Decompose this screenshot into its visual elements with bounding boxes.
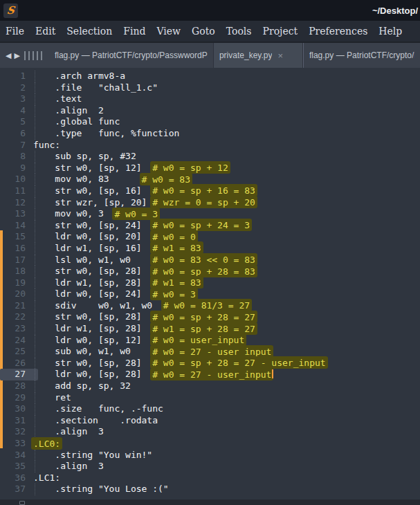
line-number[interactable]: 1 xyxy=(0,71,32,82)
editor-area[interactable]: 1 .arch armv8-a2 .file "chall_1.c"3 .tex… xyxy=(0,68,420,499)
code-line[interactable]: 26 str w0, [sp, 28] # w0 = sp + 28 = 27 … xyxy=(0,358,420,369)
code-line[interactable]: 37 .string "You Lose :(" xyxy=(0,484,420,495)
line-number[interactable]: 34 xyxy=(0,450,32,461)
code-line[interactable]: 25 sub w0, w1, w0 # w0 = 27 - user_input xyxy=(0,346,420,358)
menu-item-goto[interactable]: Goto xyxy=(186,26,221,37)
menu-item-selection[interactable]: Selection xyxy=(61,26,118,37)
code-line[interactable]: 24 ldr w0, [sp, 12] # w0 = user_input xyxy=(0,335,420,347)
code-text: ldr w0, [sp, 24] # w0 = 3 xyxy=(32,288,196,300)
line-number[interactable]: 6 xyxy=(0,128,32,140)
sliver-icon xyxy=(37,51,38,60)
line-number[interactable]: 24 xyxy=(0,335,32,347)
code-line[interactable]: 11 str w0, [sp, 16] # w0 = sp + 16 = 83 xyxy=(0,185,420,197)
line-number[interactable]: 15 xyxy=(0,231,32,243)
line-number[interactable]: 8 xyxy=(0,151,32,163)
menu-item-file[interactable]: File xyxy=(6,26,30,37)
code-line[interactable]: 8 sub sp, sp, #32 xyxy=(0,151,420,163)
code-line[interactable]: 30 .size func, .-func xyxy=(0,403,420,415)
code-line[interactable]: 33.LC0: xyxy=(0,438,420,450)
line-number[interactable]: 13 xyxy=(0,208,32,220)
code-line[interactable]: 16 ldr w1, [sp, 16] # w1 = 83 xyxy=(0,243,420,255)
code-line[interactable]: 4 .align 2 xyxy=(0,105,420,117)
menu-item-preferences[interactable]: Preferences xyxy=(303,26,373,37)
tab-2[interactable]: flag.py — PatriotCTF/crypto/PasswwordPal… xyxy=(303,43,420,68)
menu-item-find[interactable]: Find xyxy=(118,26,151,37)
code-line[interactable]: 22 str w0, [sp, 28] # w0 = sp + 28 = 27 xyxy=(0,311,420,323)
line-number[interactable]: 26 xyxy=(0,358,32,369)
line-number[interactable]: 36 xyxy=(0,472,32,484)
code-line[interactable]: 2 .file "chall_1.c" xyxy=(0,82,420,94)
line-number[interactable]: 14 xyxy=(0,220,32,232)
code-line[interactable]: 35 .align 3 xyxy=(0,461,420,472)
line-number[interactable]: 20 xyxy=(0,288,32,300)
code-line[interactable]: 34 .string "You win!" xyxy=(0,450,420,461)
code-line[interactable]: 19 ldr w1, [sp, 28] # w1 = 83 xyxy=(0,277,420,289)
code-line[interactable]: 13 mov w0, 3 # w0 = 3 xyxy=(0,208,420,220)
line-number[interactable]: 7 xyxy=(0,140,32,152)
line-number[interactable]: 11 xyxy=(0,185,32,197)
line-number[interactable]: 2 xyxy=(0,82,32,94)
code-line[interactable]: 32 .align 3 xyxy=(0,426,420,438)
code-line[interactable]: 20 ldr w0, [sp, 24] # w0 = 3 xyxy=(0,288,420,300)
code-line[interactable]: 12 str wzr, [sp, 20] # wzr = 0 = sp + 20 xyxy=(0,197,420,209)
line-number[interactable]: 23 xyxy=(0,323,32,335)
line-number[interactable]: 12 xyxy=(0,197,32,209)
menu-item-edit[interactable]: Edit xyxy=(30,26,61,37)
line-number[interactable]: 17 xyxy=(0,255,32,266)
code-line[interactable]: 36.LC1: xyxy=(0,472,420,484)
code-line[interactable]: 31 .section .rodata xyxy=(0,415,420,427)
tab-1[interactable]: private_key.py× xyxy=(214,43,303,68)
tab-label: flag.py — PatriotCTF/crypto/PasswwordPal… xyxy=(55,50,208,60)
line-number[interactable]: 32 xyxy=(0,426,32,438)
code-line[interactable]: 14 str w0, [sp, 24] # w0 = sp + 24 = 3 xyxy=(0,220,420,232)
line-number[interactable]: 19 xyxy=(0,277,32,289)
line-number[interactable]: 10 xyxy=(0,174,32,185)
code-line[interactable]: 7func: xyxy=(0,140,420,152)
highlighted-comment: # w1 = 83 xyxy=(150,276,203,288)
code-line[interactable]: 21 sdiv w0, w1, w0 # w0 = 81/3 = 27 xyxy=(0,300,420,312)
line-number[interactable]: 37 xyxy=(0,484,32,495)
line-number[interactable]: 29 xyxy=(0,392,32,404)
code-line[interactable]: 3 .text xyxy=(0,93,420,105)
code-line[interactable]: 5 .global func xyxy=(0,116,420,128)
line-number[interactable]: 30 xyxy=(0,403,32,415)
tab-0[interactable]: flag.py — PatriotCTF/crypto/PasswwordPal… xyxy=(49,43,214,68)
line-number[interactable]: 16 xyxy=(0,243,32,255)
code-line[interactable]: 29 ret xyxy=(0,392,420,404)
code-line[interactable]: 28 add sp, sp, 32 xyxy=(0,380,420,392)
line-number[interactable]: 18 xyxy=(0,266,32,277)
line-number[interactable]: 33 xyxy=(0,438,32,450)
tab-close-icon[interactable]: × xyxy=(277,51,283,60)
line-number[interactable]: 35 xyxy=(0,461,32,472)
highlighted-comment: # w0 = sp + 28 = 27 - user_input xyxy=(150,356,327,369)
code-line[interactable]: 1 .arch armv8-a xyxy=(0,71,420,82)
code-text: ldr w1, [sp, 16] # w1 = 83 xyxy=(32,243,201,255)
code-line[interactable]: 23 ldr w1, [sp, 28] # w1 = sp + 28 = 27 xyxy=(0,323,420,335)
menu-item-tools[interactable]: Tools xyxy=(221,26,257,37)
menu-item-project[interactable]: Project xyxy=(257,26,304,37)
code-line[interactable]: 10 mov w0, 83 # w0 = 83 xyxy=(0,174,420,185)
highlighted-comment: # w0 = 83 << 0 = 83 xyxy=(150,253,257,266)
code-text: sub sp, sp, #32 xyxy=(32,151,136,163)
line-number[interactable]: 9 xyxy=(0,163,32,174)
menu-item-view[interactable]: View xyxy=(151,26,186,37)
code-line[interactable]: 27 ldr w0, [sp, 28] # w0 = 27 - user_inp… xyxy=(0,369,420,380)
code-line[interactable]: 6 .type func, %function xyxy=(0,128,420,140)
tab-forward-icon[interactable]: ▶ xyxy=(14,51,19,60)
code-line[interactable]: 9 str w0, [sp, 12] # w0 = sp + 12 xyxy=(0,163,420,174)
tab-back-icon[interactable]: ◀ xyxy=(6,51,11,60)
line-number[interactable]: 21 xyxy=(0,300,32,312)
code-line[interactable]: 15 ldr w0, [sp, 20] # w0 = 0 xyxy=(0,231,420,243)
line-number[interactable]: 28 xyxy=(0,380,32,392)
line-number[interactable]: 22 xyxy=(0,311,32,323)
code-text: mov w0, 3 # w0 = 3 xyxy=(32,208,158,220)
line-number[interactable]: 31 xyxy=(0,415,32,427)
code-line[interactable]: 17 lsl w0, w1, w0 # w0 = 83 << 0 = 83 xyxy=(0,255,420,266)
menu-item-help[interactable]: Help xyxy=(373,26,408,37)
line-number[interactable]: 3 xyxy=(0,93,32,105)
sliver-icon xyxy=(24,51,26,60)
line-number[interactable]: 5 xyxy=(0,116,32,128)
code-line[interactable]: 18 str w0, [sp, 28] # w0 = sp + 28 = 83 xyxy=(0,266,420,277)
line-number[interactable]: 4 xyxy=(0,105,32,117)
line-number[interactable]: 25 xyxy=(0,346,32,358)
